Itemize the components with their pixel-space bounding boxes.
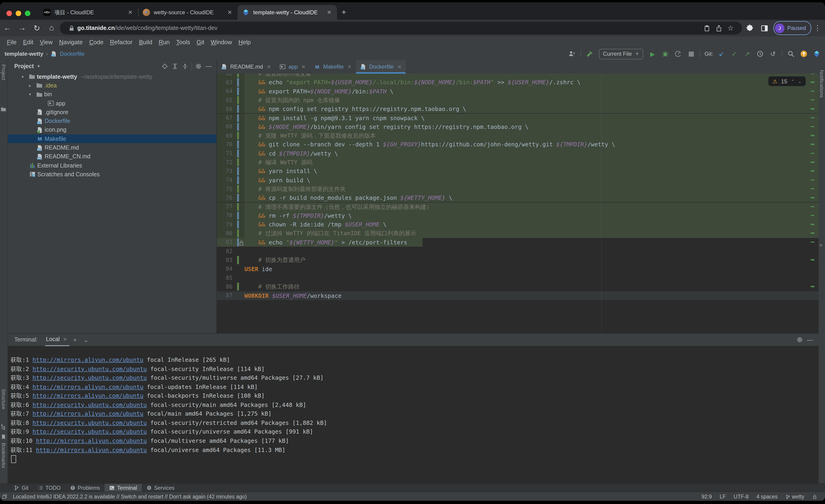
gutter[interactable]: 71 xyxy=(217,149,244,158)
tool-stripe-structure[interactable]: Structure xyxy=(1,389,6,409)
terminal-line[interactable]: 获取:5 http://mirrors.aliyun.com/ubuntu fo… xyxy=(11,391,265,400)
terminal-link[interactable]: http://security.ubuntu.com/ubuntu xyxy=(32,428,147,435)
tree-item-readme_cn.md[interactable]: MDREADME_CN.md xyxy=(8,152,216,161)
user-profile-icon[interactable] xyxy=(566,50,577,58)
tree-item-.gitignore[interactable]: .gitignore xyxy=(8,108,216,117)
terminal-tab-local[interactable]: Local ✕ xyxy=(45,333,69,346)
terminal-line[interactable]: 获取:2 http://security.ubuntu.com/ubuntu f… xyxy=(11,364,265,373)
gutter[interactable]: 67 xyxy=(217,113,244,122)
share-icon[interactable] xyxy=(712,25,725,31)
run-configuration-select[interactable]: Current File ▼ xyxy=(599,49,643,59)
gutter[interactable]: 78 xyxy=(217,211,244,220)
code-line-69[interactable]: 69# 克隆 WeTTY 源码，下面是我修改后的版本 xyxy=(217,131,819,140)
code-line-83[interactable]: 83# 切换为普通用户 xyxy=(217,256,819,265)
chevron-down-icon[interactable]: ⌄ xyxy=(81,336,92,343)
browser-tab-3-active[interactable]: template-wetty - CloudIDE ✕ xyxy=(238,5,337,20)
terminal-line[interactable]: 获取:3 http://security.ubuntu.com/ubuntu f… xyxy=(11,373,324,382)
terminal-line[interactable]: 获取:10 http://mirrors.aliyun.com/ubuntu f… xyxy=(11,436,289,445)
search-everywhere-icon[interactable] xyxy=(785,50,797,58)
forward-button[interactable]: → xyxy=(15,23,29,33)
git-commit-icon[interactable]: ✓ xyxy=(729,50,740,58)
tree-item-bin[interactable]: ▾bin xyxy=(8,90,216,99)
tree-item-scratches-and-consoles[interactable]: Scratches and Consoles xyxy=(8,170,216,179)
expand-all-icon[interactable] xyxy=(170,63,180,69)
editor-tab-dockerfile[interactable]: DDockerfile✕ xyxy=(356,60,405,74)
gear-icon[interactable] xyxy=(194,63,204,69)
code-line-63[interactable]: 63&& echo "export PATH=${USER_HOME}/.loc… xyxy=(217,78,819,87)
menu-build[interactable]: Build xyxy=(136,39,156,46)
terminal-link[interactable]: http://security.ubuntu.com/ubuntu xyxy=(32,365,147,372)
git-update-icon[interactable]: ↙ xyxy=(716,50,727,58)
terminal-line[interactable]: 获取:8 http://security.ubuntu.com/ubuntu f… xyxy=(11,418,327,427)
gutter[interactable]: 72 xyxy=(217,158,244,167)
clipboard-icon[interactable] xyxy=(701,25,712,31)
breadcrumb-project[interactable]: template-wetty xyxy=(5,51,43,57)
terminal-line[interactable]: 获取:6 http://security.ubuntu.com/ubuntu f… xyxy=(11,401,306,409)
code-line-75[interactable]: 75# 将源码复制到最终部署的文件夹 xyxy=(217,185,819,193)
terminal-line[interactable]: 获取:9 http://security.ubuntu.com/ubuntu f… xyxy=(11,427,313,436)
tree-item-icon.png[interactable]: icon.png xyxy=(8,125,216,135)
titan-gem-icon[interactable] xyxy=(811,50,822,58)
code-line-78[interactable]: 78&& rm -rf ${TMPDIR}/wetty \ xyxy=(217,211,819,220)
code-line-85[interactable]: 85 xyxy=(217,273,819,282)
menu-navigate[interactable]: Navigate xyxy=(56,39,86,46)
zoom-window-button[interactable] xyxy=(25,11,30,16)
gutter[interactable]: 62 xyxy=(217,74,244,78)
gutter[interactable]: 70 xyxy=(217,140,244,149)
menu-run[interactable]: Run xyxy=(156,39,173,46)
browser-tab-1[interactable]: <t> 项目 - CloudIDE ✕ xyxy=(39,5,138,20)
tool-stripe-notifications[interactable]: Notifications xyxy=(819,70,824,98)
gutter[interactable]: 81 xyxy=(217,238,244,247)
tree-item-.idea[interactable]: ▸.idea xyxy=(8,81,216,90)
editor-body[interactable]: 62# 设置路径环境变量63&& echo "export PATH=${USE… xyxy=(217,74,819,333)
menu-git[interactable]: Git xyxy=(194,39,207,46)
structure-stripe-icon[interactable] xyxy=(0,423,7,430)
gutter[interactable]: 84 xyxy=(217,264,244,273)
caret-position[interactable]: 92:9 xyxy=(701,494,712,499)
editor-tab-readme.md[interactable]: MDREADME.md✕ xyxy=(217,60,275,74)
bookmark-star-icon[interactable]: ☆ xyxy=(725,24,737,32)
chevron-down-icon[interactable]: ▾ xyxy=(22,74,28,79)
breadcrumb[interactable]: template-wetty › D Dockerfile xyxy=(0,51,84,57)
browser-tab-2[interactable]: ✕ wetty-source - CloudIDE ✕ xyxy=(138,5,238,20)
status-message[interactable]: Localized IntelliJ IDEA 2022.2.2 is avai… xyxy=(13,494,247,499)
terminal-settings-icon[interactable] xyxy=(795,336,805,343)
gutter[interactable]: 68 xyxy=(217,122,244,132)
tree-item-template-wetty[interactable]: ▾template-wetty~/workspace/template-wett… xyxy=(8,72,216,81)
terminal-output[interactable]: 获取:1 http://mirrors.aliyun.com/ubuntu fo… xyxy=(8,346,819,484)
back-button[interactable]: ← xyxy=(0,23,15,33)
inspection-widget[interactable]: ⚠ 15 ⌃ ⌄ xyxy=(768,76,806,86)
code-line-84[interactable]: 84USER ide xyxy=(217,264,819,273)
code-line-74[interactable]: 74&& yarn build \ xyxy=(217,176,819,185)
browser-menu-icon[interactable]: ⋮ xyxy=(811,24,824,32)
editor-tab-app[interactable]: app✕ xyxy=(275,60,310,74)
menu-help[interactable]: Help xyxy=(235,39,254,46)
profile-button[interactable]: J Paused xyxy=(773,21,811,35)
tool-window-button-terminal[interactable]: Terminal xyxy=(105,484,142,492)
profiler-button[interactable] xyxy=(673,50,684,58)
gutter[interactable]: 86 xyxy=(217,282,244,291)
gutter[interactable]: 87 xyxy=(217,291,244,300)
terminal-link[interactable]: http://mirrors.aliyun.com/ubuntu xyxy=(36,446,147,453)
terminal-line[interactable]: 获取:1 http://mirrors.aliyun.com/ubuntu fo… xyxy=(11,355,230,364)
gutter[interactable]: 85 xyxy=(217,273,244,282)
close-icon[interactable]: ✕ xyxy=(63,336,67,342)
project-stripe-icon[interactable] xyxy=(0,106,7,112)
terminal-link[interactable]: http://mirrors.aliyun.com/ubuntu xyxy=(32,356,143,363)
unlock-icon[interactable] xyxy=(812,494,817,499)
chevron-down-icon[interactable]: ▼ xyxy=(36,64,41,68)
gutter[interactable]: 77 xyxy=(217,202,244,211)
chevron-down-icon[interactable]: ▾ xyxy=(29,92,36,97)
close-tab-icon[interactable]: ✕ xyxy=(127,9,134,16)
prev-warning-icon[interactable]: ⌃ xyxy=(791,79,795,84)
terminal-link[interactable]: http://mirrors.aliyun.com/ubuntu xyxy=(32,410,143,417)
close-tab-icon[interactable]: ✕ xyxy=(226,9,233,16)
terminal-link[interactable]: http://security.ubuntu.com/ubuntu xyxy=(32,401,147,408)
code-line-87[interactable]: 87WORKDIR $USER_HOME/workspace xyxy=(217,291,819,300)
terminal-line[interactable]: 获取:11 http://mirrors.aliyun.com/ubuntu f… xyxy=(11,445,285,454)
chevron-right-icon[interactable]: ▸ xyxy=(29,83,36,88)
new-terminal-icon[interactable]: + xyxy=(70,336,81,343)
code-line-68[interactable]: 68&& ${NODE_HOME}/bin/yarn config set re… xyxy=(217,122,819,132)
breadcrumb-file[interactable]: Dockerfile xyxy=(60,51,84,57)
code-line-81[interactable]: 81&& echo "${WETTY_HOME}" > /etc/port-fi… xyxy=(217,238,819,247)
